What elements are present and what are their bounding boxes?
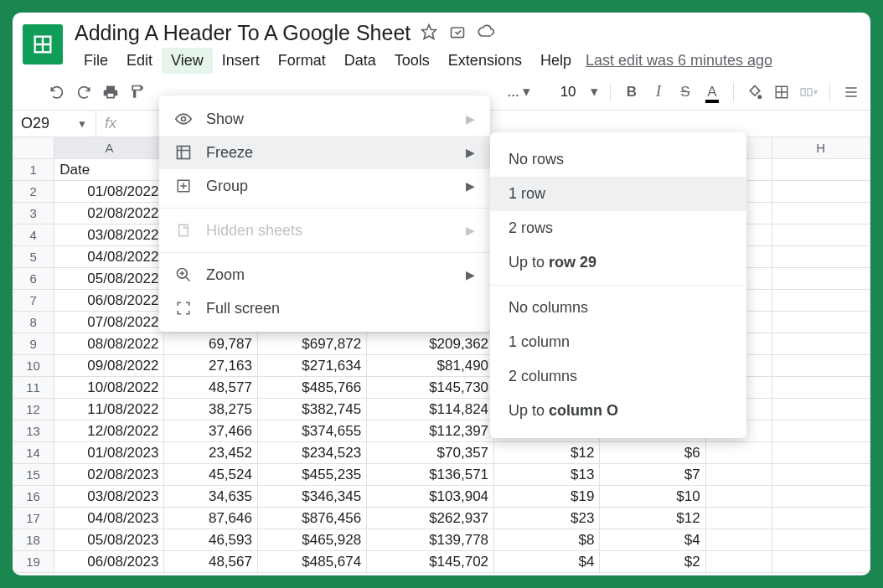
cell[interactable]: 46,593	[164, 529, 258, 550]
col-header-h[interactable]: H	[772, 137, 870, 158]
cell[interactable]: $271,634	[258, 355, 367, 376]
view-freeze[interactable]: Freeze ▶	[159, 136, 490, 169]
freeze-2-rows[interactable]: 2 rows	[490, 211, 746, 245]
menu-insert[interactable]: Insert	[213, 48, 269, 74]
cloud-icon[interactable]	[478, 23, 496, 44]
cell[interactable]: 69,787	[164, 333, 258, 354]
row-header[interactable]: 4	[13, 224, 54, 245]
cell[interactable]: $262,937	[367, 508, 494, 529]
row-header[interactable]: 1	[13, 159, 54, 180]
cell[interactable]	[772, 420, 870, 441]
menu-data[interactable]: Data	[335, 48, 385, 74]
row-header[interactable]: 16	[13, 486, 54, 507]
cell[interactable]: $485,674	[258, 551, 367, 572]
bold-icon[interactable]: B	[622, 83, 641, 101]
cell[interactable]: 48,577	[164, 377, 258, 398]
cell[interactable]: 02/08/2023	[54, 464, 164, 485]
cell[interactable]: $4	[494, 551, 600, 572]
text-color-icon[interactable]: A	[703, 83, 721, 101]
cell[interactable]	[706, 508, 772, 529]
cell[interactable]: $697,872	[258, 333, 367, 354]
cell[interactable]: 08/08/2022	[54, 333, 164, 354]
cell[interactable]: $346,345	[258, 486, 367, 507]
cell[interactable]	[772, 442, 870, 463]
cell[interactable]: 03/08/2023	[54, 486, 164, 507]
cell[interactable]: $374,655	[258, 420, 367, 441]
cell[interactable]: $876,456	[258, 508, 367, 529]
row-header[interactable]: 19	[13, 551, 54, 572]
cell[interactable]: $209,362	[367, 333, 494, 354]
cell[interactable]: $485,766	[258, 377, 367, 398]
cell[interactable]: $2	[600, 551, 705, 572]
cell[interactable]: $70,357	[367, 442, 494, 463]
cell[interactable]: $145,702	[367, 551, 494, 572]
fill-color-icon[interactable]	[746, 83, 764, 101]
cell[interactable]: 05/08/2023	[54, 529, 164, 550]
col-header-a[interactable]: A	[54, 137, 164, 158]
freeze-no-columns[interactable]: No columns	[490, 291, 746, 325]
cell[interactable]: $12	[600, 508, 705, 529]
row-header[interactable]: 9	[13, 333, 54, 354]
paint-format-icon[interactable]	[128, 83, 147, 101]
font-size[interactable]: 10 ▾	[560, 83, 598, 101]
cell[interactable]: $103,904	[367, 486, 494, 507]
row-header[interactable]: 15	[13, 464, 54, 485]
row-header[interactable]: 18	[13, 529, 54, 550]
borders-icon[interactable]	[772, 83, 791, 101]
cell[interactable]: $136,571	[367, 464, 494, 485]
cell[interactable]: $4	[600, 529, 705, 550]
row-header[interactable]: 12	[13, 399, 54, 420]
cell[interactable]: 45,524	[164, 464, 258, 485]
freeze-no-rows[interactable]: No rows	[490, 142, 746, 177]
cell[interactable]: $6	[600, 442, 705, 463]
strikethrough-icon[interactable]: S	[676, 83, 695, 101]
freeze-upto-row[interactable]: Up to row 29	[490, 245, 746, 280]
cell[interactable]: 38,275	[164, 399, 258, 420]
cell[interactable]: 01/08/2022	[54, 181, 164, 202]
row-header[interactable]: 14	[13, 442, 54, 463]
select-all-corner[interactable]	[13, 137, 54, 158]
row-header[interactable]: 17	[13, 508, 54, 529]
cell[interactable]: 23,452	[164, 442, 258, 463]
cell[interactable]	[772, 224, 870, 245]
cell[interactable]	[772, 377, 870, 398]
document-title[interactable]: Adding A Header To A Google Sheet	[75, 21, 411, 45]
cell[interactable]: $112,397	[367, 420, 494, 441]
cell[interactable]: 87,646	[164, 508, 258, 529]
cell[interactable]: $455,235	[258, 464, 367, 485]
cell[interactable]	[772, 399, 870, 420]
cell[interactable]	[772, 181, 870, 202]
menu-tools[interactable]: Tools	[385, 48, 439, 74]
cell[interactable]: $114,824	[367, 399, 494, 420]
row-header[interactable]: 3	[13, 203, 54, 224]
print-icon[interactable]	[101, 83, 120, 101]
cell[interactable]: $8	[494, 529, 600, 550]
cell[interactable]	[772, 312, 870, 333]
merge-cells-icon[interactable]: ▾	[799, 83, 818, 101]
row-header[interactable]: 7	[13, 290, 54, 311]
freeze-1-row[interactable]: 1 row	[490, 177, 746, 211]
view-show[interactable]: Show ▶	[159, 102, 490, 136]
cell[interactable]	[772, 529, 870, 550]
row-header[interactable]: 6	[13, 268, 54, 289]
menu-help[interactable]: Help	[531, 48, 581, 74]
cell[interactable]	[772, 333, 870, 354]
star-icon[interactable]	[421, 23, 437, 44]
row-header[interactable]: 10	[13, 355, 54, 376]
cell[interactable]: 03/08/2022	[54, 224, 164, 245]
cell[interactable]: 04/08/2023	[54, 508, 164, 529]
freeze-2-columns[interactable]: 2 columns	[490, 359, 746, 394]
redo-icon[interactable]	[75, 83, 93, 101]
cell[interactable]	[772, 355, 870, 376]
cell[interactable]: $139,778	[367, 529, 494, 550]
menu-edit[interactable]: Edit	[117, 48, 162, 74]
cell[interactable]: $12	[494, 442, 600, 463]
cell[interactable]: 06/08/2023	[54, 551, 164, 572]
cell[interactable]: 27,163	[164, 355, 258, 376]
cell[interactable]: $19	[494, 486, 600, 507]
cell[interactable]: $382,745	[258, 399, 367, 420]
cell[interactable]: 34,635	[164, 486, 258, 507]
row-header[interactable]: 13	[13, 420, 54, 441]
menu-extensions[interactable]: Extensions	[439, 48, 531, 74]
cell[interactable]: $465,928	[258, 529, 367, 550]
